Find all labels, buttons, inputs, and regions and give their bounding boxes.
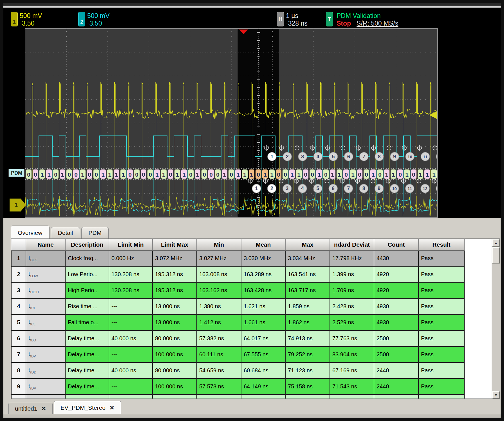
marker-number: 2 — [270, 186, 273, 191]
tab-pdm[interactable]: PDM — [81, 227, 109, 238]
cell-limit-min: 130.208 ns — [109, 282, 153, 298]
column-header-ndard Deviat[interactable]: ndard Deviat — [330, 239, 374, 250]
scroll-down-icon[interactable]: ▼ — [492, 391, 500, 399]
cell-std-dev — [330, 395, 374, 399]
marker-number: 6 — [347, 154, 350, 159]
channel1-settings[interactable]: 500 mV -3.50 — [20, 12, 42, 27]
cell-mean: 163.428 ns — [241, 282, 285, 298]
column-header-Mean[interactable]: Mean — [241, 239, 285, 250]
pdm-bit-value: 1 — [223, 171, 226, 178]
window-chrome-strip — [3, 6, 501, 8]
cell-row-number: 6 — [11, 330, 26, 346]
result-row-1[interactable]: 1fCLKClock freq...0.000 Hz3.072 MHz3.027… — [11, 250, 464, 266]
pdm-bit-value: 0 — [230, 171, 233, 178]
column-header-row-number[interactable] — [11, 239, 26, 250]
marker-number: 10 — [407, 154, 412, 159]
cell-min: 1.412 ns — [197, 314, 241, 330]
pdm-bit-value: 1 — [196, 171, 199, 178]
scrollbar-thumb[interactable] — [492, 247, 500, 264]
cell-row-number — [11, 395, 26, 399]
cell-name: fCLK — [26, 250, 65, 266]
channel2-settings[interactable]: 500 mV -3.50 — [87, 12, 109, 27]
channel1-ground-marker[interactable]: 1 — [10, 199, 26, 211]
trigger-settings[interactable]: PDM Validation Stop S/R: 500 MS/s — [337, 12, 398, 27]
pdm-bit-value: 1 — [47, 171, 51, 178]
cell-max: 75.158 ns — [285, 379, 330, 395]
column-header-Description[interactable]: Description — [65, 239, 109, 250]
column-header-Limit Min[interactable]: Limit Min — [109, 239, 153, 250]
cell-result: Pass — [418, 379, 464, 395]
cell-count: 2500 — [374, 330, 418, 346]
tab-overview[interactable]: Overview — [11, 226, 50, 238]
result-row-8[interactable]: 8trDDDelay time...40.000 ns80.000 ns54.6… — [11, 363, 464, 379]
column-header-Min[interactable]: Min — [197, 239, 241, 250]
acquisition-status[interactable]: Stop — [337, 20, 351, 27]
cell-result: Pass — [418, 250, 464, 266]
pdm-bit-value: 1 — [243, 171, 247, 178]
pdm-bit-value: 1 — [392, 171, 395, 178]
cell-desc: Delay time... — [65, 363, 109, 379]
table-scrollbar[interactable]: ▲ ▼ — [492, 239, 500, 399]
column-header-Name[interactable]: Name — [26, 239, 65, 250]
marker-number: 1 — [270, 154, 273, 159]
cell-max — [285, 395, 330, 399]
ch2-data-trace — [25, 136, 437, 157]
cell-desc: Delay time... — [65, 330, 109, 346]
marker-number: 9 — [393, 154, 396, 159]
horizontal-badge[interactable]: H — [277, 12, 284, 26]
pdm-bit-value: 0 — [142, 171, 145, 178]
result-row-4[interactable]: 4trCLRise time ...---13.000 ns1.380 ns1.… — [11, 298, 464, 314]
cell-row-number: 1 — [11, 250, 26, 266]
result-row-2[interactable]: 2tLOWLow Perio...130.208 ns195.312 ns163… — [11, 266, 464, 282]
cell-desc — [65, 395, 109, 399]
oscilloscope-app-window: 1 500 mV -3.50 2 500 mV -3.50 H 1 µs -32… — [0, 0, 504, 421]
cell-limit-min: 40.000 ns — [109, 330, 153, 346]
marker-number: 5 — [316, 186, 319, 191]
cell-limit-max: 195.312 ns — [153, 282, 197, 298]
horizontal-settings[interactable]: 1 µs -328 ns — [286, 12, 308, 27]
cell-std-dev: 1.709 ns — [330, 282, 374, 298]
trigger-badge[interactable]: T — [326, 12, 333, 26]
column-header-Max[interactable]: Max — [285, 239, 330, 250]
tab-detail[interactable]: Detail — [51, 227, 80, 238]
cell-desc: Delay time... — [65, 379, 109, 395]
result-row-5[interactable]: 5tfCLFall time o...---13.000 ns1.412 ns1… — [11, 314, 464, 330]
pdm-bus-label[interactable]: PDM — [8, 169, 25, 177]
result-row-6[interactable]: 6tfDDDelay time...40.000 ns80.000 ns57.3… — [11, 330, 464, 346]
result-row-7[interactable]: 7tfDVDelay time...---100.000 ns60.111 ns… — [11, 346, 464, 363]
cell-mean — [241, 395, 285, 399]
pdm-bit-value: 1 — [115, 171, 118, 178]
pdm-bit-value: 1 — [182, 171, 186, 178]
cell-std-dev: 77.763 ns — [330, 330, 374, 346]
cell-count: 4920 — [374, 266, 418, 282]
close-icon[interactable]: ✕ — [109, 404, 115, 411]
doc-tab-ev-pdm-stereo[interactable]: EV_PDM_Stereo ✕ — [54, 401, 121, 414]
cell-mean: 67.555 ns — [241, 346, 285, 363]
pdm-bit-value: 0 — [27, 171, 30, 178]
column-header-Result[interactable]: Result — [418, 239, 464, 250]
pdm-bit-value: 0 — [277, 171, 280, 178]
channel2-offset: -3.50 — [87, 20, 109, 27]
result-row-3[interactable]: 3tHIGHHigh Perio...130.208 ns195.312 ns1… — [11, 282, 464, 298]
scroll-up-icon[interactable]: ▲ — [492, 239, 500, 247]
doc-tab-untitled1[interactable]: untitled1 ✕ — [8, 403, 53, 414]
close-icon[interactable]: ✕ — [41, 405, 46, 412]
column-header-Limit Max[interactable]: Limit Max — [153, 239, 197, 250]
cell-count — [374, 395, 418, 399]
sample-rate[interactable]: S/R: 500 MS/s — [357, 20, 398, 27]
waveform-canvas[interactable]: 0011010010011110000110110100010111011001… — [25, 29, 437, 217]
horizontal-timebase: 1 µs — [286, 12, 308, 20]
pdm-bit-value: 0 — [311, 171, 314, 178]
cell-name: tfCL — [26, 314, 65, 330]
waveform-display[interactable]: 0011010010011110000110110100010111011001… — [25, 28, 438, 218]
channel1-badge[interactable]: 1 — [11, 12, 18, 26]
cell-mean: 163.289 ns — [241, 266, 285, 282]
result-row-partial[interactable]: t — [11, 395, 464, 399]
result-row-9[interactable]: 9trDVDelay time...---100.000 ns57.573 ns… — [11, 379, 464, 395]
pdm-bit-value: 0 — [412, 171, 415, 178]
window-top-edge — [3, 3, 501, 6]
channel2-badge[interactable]: 2 — [78, 12, 85, 26]
column-header-Count[interactable]: Count — [374, 239, 418, 250]
cell-limit-min: 0.000 Hz — [109, 250, 153, 266]
cell-count: 4430 — [374, 250, 418, 266]
